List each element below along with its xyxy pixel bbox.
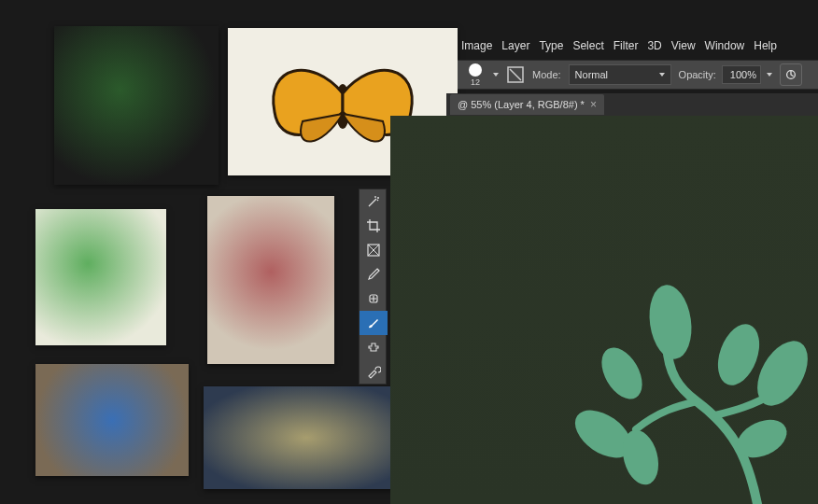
thumbnail-moth[interactable] bbox=[204, 386, 409, 489]
menu-image[interactable]: Image bbox=[461, 39, 492, 52]
pressure-opacity-button[interactable] bbox=[780, 63, 802, 86]
blend-mode-select[interactable]: Normal bbox=[569, 64, 671, 85]
brush-panel-toggle-icon[interactable] bbox=[506, 65, 525, 84]
brush-size-label: 12 bbox=[471, 77, 480, 87]
brush-preset-preview[interactable]: 12 bbox=[465, 63, 486, 87]
close-icon[interactable]: × bbox=[590, 98, 597, 111]
menu-type[interactable]: Type bbox=[539, 39, 563, 52]
document-tab[interactable]: @ 55% (Layer 4, RGB/8#) * × bbox=[450, 94, 604, 115]
menu-3d[interactable]: 3D bbox=[647, 39, 661, 52]
menu-view[interactable]: View bbox=[671, 39, 696, 52]
chevron-down-icon bbox=[659, 73, 665, 77]
document-tab-bar: @ 55% (Layer 4, RGB/8#) * × bbox=[446, 93, 818, 116]
mode-label: Mode: bbox=[532, 69, 561, 80]
menu-bar: Image Layer Type Select Filter 3D View W… bbox=[458, 35, 818, 56]
menu-select[interactable]: Select bbox=[572, 39, 603, 52]
opacity-label: Opacity: bbox=[679, 69, 716, 80]
options-bar: 12 Mode: Normal Opacity: 100% bbox=[458, 60, 818, 90]
history-brush-tool[interactable] bbox=[360, 359, 388, 384]
tool-bar bbox=[359, 189, 387, 385]
brush-dot-icon bbox=[469, 63, 482, 77]
eyedropper-tool[interactable] bbox=[360, 262, 388, 287]
canvas-artwork-plant bbox=[547, 243, 818, 504]
canvas[interactable] bbox=[390, 116, 818, 504]
menu-layer[interactable]: Layer bbox=[501, 39, 529, 52]
thumbnail-butterfly-blue[interactable] bbox=[35, 364, 189, 476]
clone-stamp-tool[interactable] bbox=[360, 335, 388, 359]
frame-tool[interactable] bbox=[360, 238, 388, 262]
document-tab-label: @ 55% (Layer 4, RGB/8#) * bbox=[458, 99, 585, 110]
opacity-field[interactable]: 100% bbox=[722, 65, 761, 84]
svg-point-3 bbox=[645, 282, 697, 361]
thumbnail-leaf-light[interactable] bbox=[35, 209, 166, 345]
healing-brush-tool[interactable] bbox=[360, 287, 388, 311]
menu-window[interactable]: Window bbox=[705, 39, 745, 52]
magic-wand-tool[interactable] bbox=[360, 189, 388, 214]
svg-point-4 bbox=[593, 341, 650, 406]
thumbnail-pink-leaves[interactable] bbox=[207, 196, 334, 364]
chevron-down-icon[interactable] bbox=[493, 73, 499, 77]
thumbnail-leaf-dark[interactable] bbox=[54, 26, 219, 185]
opacity-value: 100% bbox=[730, 69, 756, 80]
menu-help[interactable]: Help bbox=[754, 39, 777, 52]
blend-mode-value: Normal bbox=[575, 69, 608, 80]
menu-filter[interactable]: Filter bbox=[614, 39, 639, 52]
brush-tool[interactable] bbox=[360, 311, 388, 335]
crop-tool[interactable] bbox=[360, 214, 388, 238]
chevron-down-icon[interactable] bbox=[767, 73, 772, 77]
